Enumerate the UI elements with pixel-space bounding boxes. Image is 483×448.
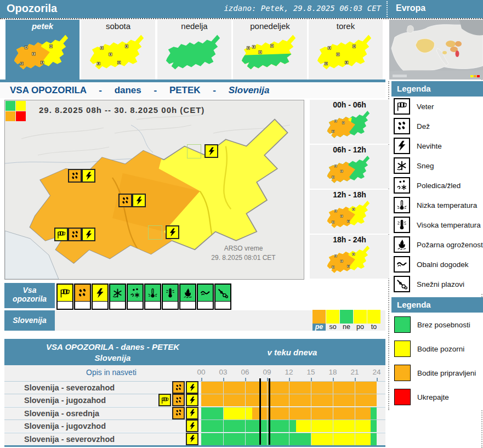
top-header: Opozorila izdano: Petek, 29.8.2025 06:03… [0,0,483,18]
dez-icon-box [394,118,410,134]
mini-warning-mark [353,208,355,211]
day-tab-label: petek [5,20,79,31]
mini-warning-mark [328,47,331,49]
hour-label: 21 [346,368,363,376]
day-tab-sobota[interactable]: sobota [81,20,155,80]
warning-cell-dez [68,169,82,183]
sneg-icon [396,160,408,172]
nevihte-icon [94,287,106,299]
warning-cell-nevihte [82,228,95,241]
legend-levels-panel: Legenda Brez posebnostiBodite pozorniBod… [391,297,483,409]
warning-cell-nevihte [186,433,198,445]
mini-warning-mark [32,53,35,55]
mini-warning-mark [109,53,112,56]
day-tab-nedelja[interactable]: nedelja [157,20,231,80]
warning-cell-nevihte [186,407,198,419]
title-dash: - [213,85,216,95]
mini-warning-mark [25,46,27,49]
legend-item-label: Snežni plazovi [417,280,464,288]
warning-timeline [201,420,377,432]
slovenia-mini-map [237,32,302,76]
timeline-segment-green [371,407,377,419]
timeline-segment-green [201,407,223,419]
issued-timestamp: izdano: Petek, 29.8.2025 06:03 CET [224,4,381,13]
time-map-06h-12h: 06h - 12h [310,145,389,189]
nevihte-icon [188,434,197,443]
pozarna-ogrozenost-icon [396,239,408,251]
dez-icon [174,383,183,392]
dez-icon [174,409,183,417]
visoka-temperatura-icon [164,287,176,299]
time-map-18h-24h: 18h - 24h [310,235,389,279]
legend-item-label: Poledica/žled [417,182,461,190]
dez-icon [70,171,80,181]
timeline-gridline [333,433,333,445]
time-map-label: 00h - 06h [310,100,389,109]
day-tab-label: torek [309,20,383,31]
table-subheader-label: Opis in nasveti [4,368,218,377]
timeline-gridline [355,394,355,406]
title-part: VSA OPOZORILA [10,85,86,95]
nevihte-icon [207,146,217,156]
all-warnings-cell-dez [74,283,91,310]
dez-icon [396,120,408,132]
snezni-plazovi-icon [396,278,408,290]
day-level-color [312,310,326,324]
day-square-pe[interactable]: pe [312,310,326,331]
legend-level-green: Brez posebnosti [391,313,483,337]
level-color-swatch [394,365,411,381]
time-map-label: 18h - 24h [310,235,389,244]
timeline-gridline [355,420,355,432]
day-square-ne[interactable]: ne [340,310,353,331]
map-warning-box [54,228,95,241]
mini-warning-mark [340,215,343,217]
mini-warning-mark [334,210,337,212]
warning-cell-veter [158,394,171,406]
nizka-temperatura-icon [396,199,408,211]
timeline-gridline [245,394,246,406]
day-square-to[interactable]: to [367,310,380,331]
slovenia-mini-map [313,32,378,76]
day-square-po[interactable]: po [354,310,367,331]
warning-cell-veter [54,228,68,241]
mini-warning-mark [100,47,103,49]
timeline-gridline [289,420,289,432]
mini-warning-mark [348,220,350,222]
time-map-label: 12h - 18h [310,190,389,199]
map-warning-box [187,144,218,158]
timeline-gridline [245,407,246,419]
legend-item-nevihte: Nevihte [391,136,483,156]
warning-cell-dez [172,394,185,406]
timeline-gridline [355,433,355,445]
all-warnings-cell-sneg [109,283,126,310]
map-valid-period: 29. 8.2025 08h -- 30. 8.2025 00h (CET) [39,105,204,115]
mini-warning-mark [342,122,344,124]
nevihte-icon [134,196,144,206]
day-tab-petek[interactable]: petek [5,20,79,80]
day-tab-ponedeljek[interactable]: ponedeljek [233,20,307,80]
all-warnings-cell-snezni-plazovi [214,283,231,310]
day-tab-torek[interactable]: torek [309,20,383,80]
europe-map[interactable] [389,20,483,80]
timeline-gridline [223,420,224,432]
mini-warning-mark [247,47,249,49]
legend-item-poledica: Poledica/žled [391,175,483,195]
legend-item-label: Požarna ogroženost [417,241,483,249]
timeline-gridline [223,394,224,406]
empty-warning-outline [148,225,162,240]
snezni-plazovi-icon [217,287,229,299]
hour-label: 15 [303,368,319,376]
warning-cell-nevihte [186,381,198,394]
corner-level-red [16,111,26,121]
table-title-right: v teku dneva [202,348,383,357]
level-color-swatch [394,341,411,357]
slovenija-row-label: Slovenija [4,310,55,331]
legend-level-label: Bodite pripravljeni [417,369,476,377]
timeline-segment-green [201,420,296,432]
day-square-so[interactable]: so [326,310,339,331]
warning-timeline [201,407,377,419]
obalni-dogodek-icon-box [394,256,410,273]
nevihte-icon [396,140,408,152]
timeline-gridline [333,407,333,419]
slovenia-mini-map [162,32,226,76]
